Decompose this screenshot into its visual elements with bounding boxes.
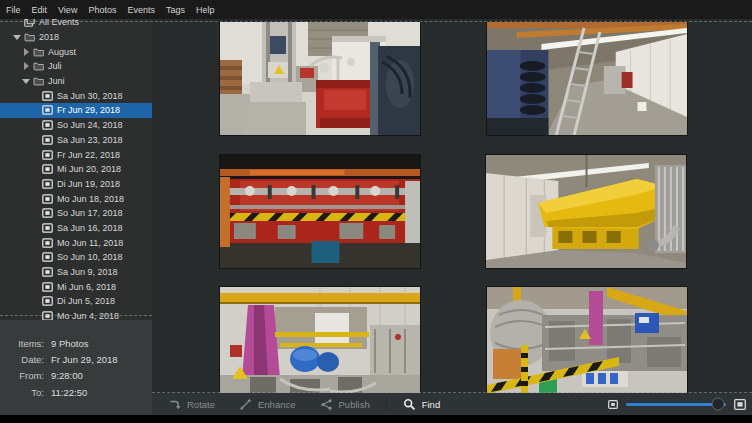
sidebar-item-label: August — [48, 47, 76, 57]
expander-spacer — [31, 106, 39, 114]
zoom-slider-handle[interactable] — [712, 398, 725, 411]
photo-thumbnail-5[interactable] — [220, 287, 420, 393]
expander-spacer — [31, 195, 39, 203]
toolbar: RotateEnhancePublishFind — [152, 393, 752, 415]
sidebar-item-mo-jun-18-2018[interactable]: Mo Jun 18, 2018 — [0, 191, 152, 206]
event-icon — [42, 194, 53, 204]
rotate-icon — [168, 398, 181, 411]
toolbar-button-label: Rotate — [187, 399, 215, 410]
focus-dash-sidebar-bottom — [0, 315, 152, 316]
info-row-items: Items:9 Photos — [0, 335, 152, 351]
photo-thumbnail-3[interactable] — [220, 155, 420, 268]
chevron-down-icon[interactable] — [22, 77, 30, 85]
find-button[interactable]: Find — [391, 393, 452, 415]
menu-edit[interactable]: Edit — [32, 5, 48, 15]
folder-icon — [33, 76, 44, 86]
photo-thumbnail-4[interactable] — [486, 155, 686, 268]
publish-icon — [320, 398, 333, 411]
photo-grid[interactable] — [152, 19, 752, 393]
event-icon — [42, 164, 53, 174]
sidebar-item-august[interactable]: August — [0, 44, 152, 59]
expander-spacer — [31, 209, 39, 217]
enhance-button[interactable]: Enhance — [227, 393, 308, 415]
sidebar-item-di-jun-19-2018[interactable]: Di Jun 19, 2018 — [0, 177, 152, 192]
toolbar-button-label: Enhance — [258, 399, 296, 410]
menu-photos[interactable]: Photos — [88, 5, 116, 15]
expander-spacer — [31, 283, 39, 291]
bottom-letterbox — [0, 415, 752, 423]
enhance-icon — [239, 398, 252, 411]
sidebar-item-so-jun-10-2018[interactable]: So Jun 10, 2018 — [0, 250, 152, 265]
event-icon — [42, 282, 53, 292]
chevron-right-icon[interactable] — [22, 62, 30, 70]
menu-view[interactable]: View — [58, 5, 77, 15]
sidebar-item-label: Mi Jun 20, 2018 — [57, 164, 121, 174]
sidebar-item-so-jun-24-2018[interactable]: So Jun 24, 2018 — [0, 118, 152, 133]
folder-icon — [33, 47, 44, 57]
event-icon — [42, 179, 53, 189]
expander-spacer — [31, 268, 39, 276]
sidebar-item-label: Mi Jun 6, 2018 — [57, 282, 116, 292]
menu-bar: FileEditViewPhotosEventsTagsHelp — [0, 0, 752, 19]
rotate-button[interactable]: Rotate — [156, 393, 227, 415]
publish-button[interactable]: Publish — [308, 393, 382, 415]
shotwell-window: FileEditViewPhotosEventsTagsHelp All Eve… — [0, 0, 752, 423]
expander-spacer — [31, 312, 39, 320]
zoom-slider-track[interactable] — [626, 403, 726, 406]
sidebar-item-sa-jun-9-2018[interactable]: Sa Jun 9, 2018 — [0, 265, 152, 280]
chevron-down-icon[interactable] — [13, 33, 21, 41]
menu-file[interactable]: File — [6, 5, 21, 15]
sidebar-item-sa-jun-30-2018[interactable]: Sa Jun 30, 2018 — [0, 88, 152, 103]
focus-dash-top — [0, 21, 752, 22]
info-label: Date: — [0, 354, 44, 365]
sidebar-item-sa-jun-16-2018[interactable]: Sa Jun 16, 2018 — [0, 221, 152, 236]
expander-spacer — [31, 121, 39, 129]
sidebar-item-label: So Jun 17, 2018 — [57, 208, 123, 218]
sidebar-item-label: 2018 — [39, 32, 59, 42]
sidebar-item-label: Di Jun 19, 2018 — [57, 179, 120, 189]
sidebar-item-fr-jun-22-2018[interactable]: Fr Jun 22, 2018 — [0, 147, 152, 162]
sidebar-item-label: So Jun 10, 2018 — [57, 252, 123, 262]
sidebar-item-sa-jun-23-2018[interactable]: Sa Jun 23, 2018 — [0, 133, 152, 148]
expander-spacer — [31, 224, 39, 232]
sidebar-item-mo-jun-11-2018[interactable]: Mo Jun 11, 2018 — [0, 235, 152, 250]
toolbar-button-label: Find — [422, 399, 440, 410]
sidebar-item-label: Juni — [48, 76, 65, 86]
info-label: From: — [0, 370, 44, 381]
event-icon — [42, 120, 53, 130]
thumbnail-size-large-icon[interactable] — [734, 399, 746, 410]
sidebar-item-mi-jun-20-2018[interactable]: Mi Jun 20, 2018 — [0, 162, 152, 177]
expander-spacer — [31, 165, 39, 173]
thumbnail-size-small-icon[interactable] — [608, 400, 618, 409]
expander-spacer — [31, 151, 39, 159]
photo-thumbnail-1[interactable] — [220, 22, 420, 135]
menu-tags[interactable]: Tags — [166, 5, 185, 15]
sidebar-item-label: Fr Jun 22, 2018 — [57, 150, 120, 160]
info-value: 11:22:50 — [51, 387, 87, 398]
zoom-slider-zone — [608, 399, 746, 410]
sidebar-item-juli[interactable]: Juli — [0, 59, 152, 74]
sidebar-item-juni[interactable]: Juni — [0, 74, 152, 89]
menu-help[interactable]: Help — [196, 5, 215, 15]
sidebar-item-label: Sa Jun 30, 2018 — [57, 91, 123, 101]
info-value: 9 Photos — [51, 338, 89, 349]
chevron-right-icon[interactable] — [22, 48, 30, 56]
sidebar-item-mi-jun-6-2018[interactable]: Mi Jun 6, 2018 — [0, 279, 152, 294]
info-label: To: — [0, 387, 44, 398]
menu-events[interactable]: Events — [127, 5, 155, 15]
photo-thumbnail-6[interactable] — [487, 287, 687, 393]
toolbar-buttons: RotateEnhancePublishFind — [156, 393, 452, 415]
sidebar-item-label: So Jun 24, 2018 — [57, 120, 123, 130]
sidebar-tree: All Events2018AugustJuliJuniSa Jun 30, 2… — [0, 19, 152, 320]
event-icon — [42, 238, 53, 248]
sidebar-item-label: Fr Jun 29, 2018 — [57, 105, 120, 115]
info-value: Fr Jun 29, 2018 — [51, 354, 118, 365]
sidebar-item-so-jun-17-2018[interactable]: So Jun 17, 2018 — [0, 206, 152, 221]
expander-spacer — [31, 297, 39, 305]
photo-thumbnail-2[interactable] — [487, 22, 687, 135]
event-icon — [42, 296, 53, 306]
expander-spacer — [31, 136, 39, 144]
sidebar-item-fr-jun-29-2018[interactable]: Fr Jun 29, 2018 — [0, 103, 152, 118]
sidebar-item-2018[interactable]: 2018 — [0, 30, 152, 45]
sidebar-item-di-jun-5-2018[interactable]: Di Jun 5, 2018 — [0, 294, 152, 309]
